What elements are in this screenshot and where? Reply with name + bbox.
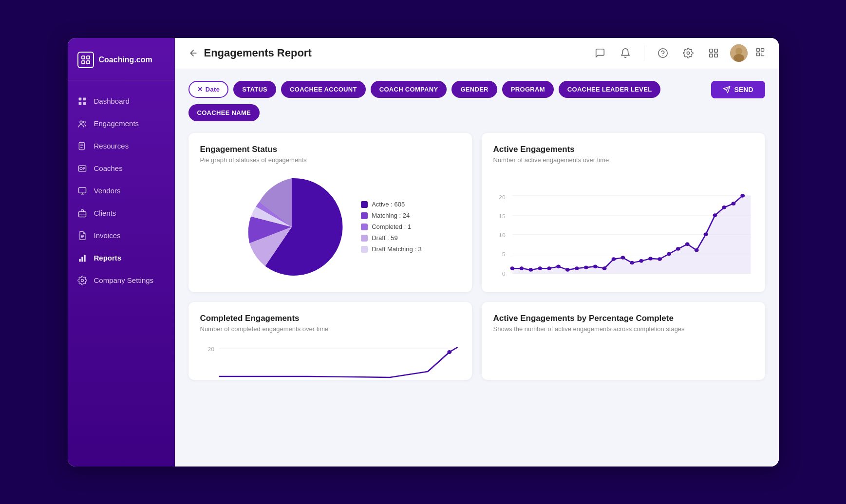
sidebar: Coaching.com Dashboard (68, 38, 175, 467)
sidebar-item-company-settings[interactable]: Company Settings (68, 269, 175, 292)
sidebar-item-invoices[interactable]: Invoices (68, 224, 175, 247)
svg-point-8 (80, 121, 82, 123)
svg-point-45 (538, 266, 542, 270)
users-icon (77, 119, 87, 129)
svg-rect-17 (84, 255, 85, 261)
svg-point-63 (703, 232, 708, 236)
help-button[interactable] (654, 44, 672, 62)
filter-chip-label-coachee-leader-level: COACHEE LEADER LEVEL (567, 86, 652, 93)
sidebar-item-label-company-settings: Company Settings (94, 276, 154, 284)
filter-chip-coachee-account[interactable]: COACHEE ACCOUNT (281, 81, 366, 98)
svg-point-46 (547, 266, 551, 270)
svg-point-70 (447, 350, 451, 354)
sidebar-item-label-vendors: Vendors (94, 187, 121, 195)
filter-chip-coachee-leader-level[interactable]: COACHEE LEADER LEVEL (559, 81, 661, 98)
sidebar-item-label-reports: Reports (94, 254, 122, 262)
avatar[interactable] (730, 44, 748, 62)
svg-point-50 (583, 265, 588, 269)
sidebar-item-label-resources: Resources (94, 142, 129, 150)
svg-point-56 (639, 259, 643, 263)
engagement-status-card: Engagement Status Pie graph of statuses … (188, 133, 472, 292)
svg-rect-22 (709, 49, 712, 52)
svg-point-53 (611, 257, 616, 261)
filter-chip-gender[interactable]: GENDER (451, 81, 497, 98)
active-engagements-subtitle: Number of active engagements over time (493, 156, 753, 164)
filter-chip-program[interactable]: PROGRAM (502, 81, 554, 98)
grid-button[interactable] (705, 44, 722, 62)
svg-rect-23 (714, 49, 717, 52)
chat-button[interactable] (591, 44, 609, 62)
svg-rect-30 (761, 48, 764, 51)
sidebar-item-engagements[interactable]: Engagements (68, 112, 175, 135)
completed-engagements-card: Completed Engagements Number of complete… (188, 302, 472, 380)
svg-rect-7 (83, 102, 86, 105)
svg-point-47 (556, 264, 561, 268)
engagement-status-subtitle: Pie graph of statuses of engagements (200, 156, 460, 164)
legend-dot-matching (361, 212, 368, 219)
filter-chip-coach-company[interactable]: COACH COMPANY (371, 81, 447, 98)
sidebar-item-label-coaches: Coaches (94, 164, 123, 172)
svg-point-57 (648, 257, 653, 261)
sidebar-item-clients[interactable]: Clients (68, 202, 175, 224)
svg-point-27 (735, 48, 742, 55)
sidebar-item-dashboard[interactable]: Dashboard (68, 90, 175, 112)
charts-grid: Engagement Status Pie graph of statuses … (188, 133, 765, 380)
svg-text:20: 20 (207, 346, 214, 352)
legend-item-draft-matching: Draft Matching : 3 (361, 245, 422, 253)
svg-point-51 (593, 264, 597, 268)
svg-point-19 (658, 49, 667, 57)
svg-rect-29 (756, 48, 759, 51)
svg-text:0: 0 (502, 271, 505, 277)
send-button-label: SEND (734, 86, 753, 93)
svg-point-60 (676, 247, 680, 251)
filter-chip-status[interactable]: STATUS (233, 81, 276, 98)
sidebar-item-resources[interactable]: Resources (68, 135, 175, 157)
bar-chart-icon (77, 253, 87, 263)
expand-button[interactable] (755, 47, 765, 59)
back-button[interactable] (188, 48, 198, 58)
svg-text:15: 15 (499, 213, 506, 219)
settings-button[interactable] (679, 44, 697, 62)
legend-item-matching: Matching : 24 (361, 212, 422, 219)
active-engagements-card: Active Engagements Number of active enga… (482, 133, 765, 292)
legend-item-completed: Completed : 1 (361, 223, 422, 230)
filter-chip-coachee-name[interactable]: COACHEE NAME (188, 104, 260, 121)
completed-chart-partial: 20 (200, 342, 460, 380)
notification-button[interactable] (617, 44, 634, 62)
header-right (591, 44, 765, 62)
filter-chip-label-coachee-account: COACHEE ACCOUNT (290, 86, 357, 93)
svg-rect-13 (78, 187, 86, 193)
svg-point-48 (565, 268, 569, 272)
legend-label-draft-matching: Draft Matching : 3 (372, 245, 422, 253)
svg-point-20 (662, 55, 663, 56)
legend-dot-completed (361, 224, 368, 230)
sidebar-item-label-invoices: Invoices (94, 231, 121, 240)
sidebar-item-label-dashboard: Dashboard (94, 97, 130, 105)
svg-point-64 (713, 213, 717, 217)
pie-chart (238, 173, 345, 280)
header-divider (644, 45, 644, 61)
sidebar-item-coaches[interactable]: Coaches (68, 157, 175, 180)
legend-item-active: Active : 605 (361, 201, 422, 208)
filter-chip-label-gender: GENDER (460, 86, 488, 93)
svg-point-54 (620, 256, 625, 260)
svg-point-58 (658, 257, 662, 261)
filter-chip-date[interactable]: ✕ Date (188, 81, 229, 98)
book-icon (77, 141, 87, 151)
pie-legend: Active : 605 Matching : 24 Completed : 1 (361, 201, 422, 253)
logo-icon (77, 52, 94, 68)
legend-dot-active (361, 201, 368, 208)
send-button[interactable]: SEND (711, 81, 765, 98)
filter-chip-label-date: Date (206, 86, 220, 93)
sidebar-item-reports[interactable]: Reports (68, 247, 175, 269)
grid-icon (77, 96, 87, 106)
svg-rect-5 (83, 97, 86, 100)
app-wrapper: Coaching.com Dashboard (68, 38, 779, 467)
svg-point-49 (574, 266, 579, 270)
svg-point-67 (740, 194, 745, 198)
svg-point-12 (80, 167, 82, 169)
sidebar-item-vendors[interactable]: Vendors (68, 180, 175, 202)
chip-x-date: ✕ (197, 86, 203, 93)
svg-rect-25 (714, 54, 717, 57)
legend-label-active: Active : 605 (372, 201, 405, 208)
